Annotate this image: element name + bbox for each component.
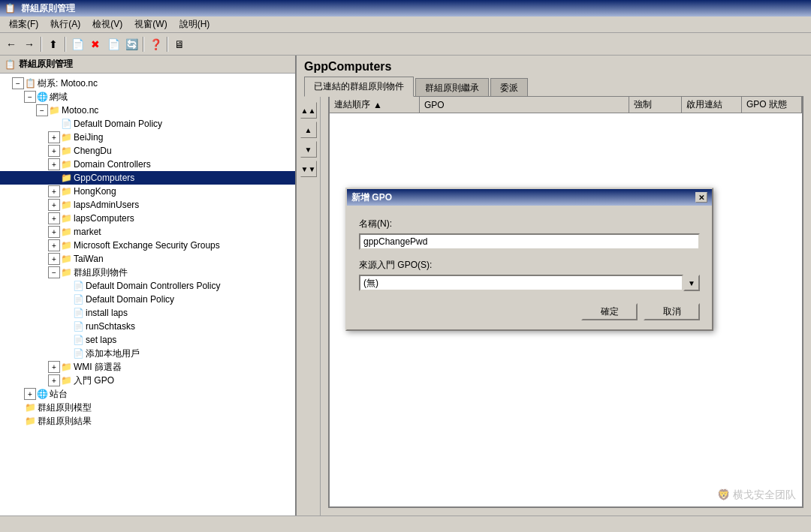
expander-chengdu[interactable]: + [48, 145, 60, 157]
tree-item-defaultdomain[interactable]: 📄 Default Domain Policy [0, 117, 295, 131]
tree-item-gpomodel[interactable]: 📁 群組原則模型 [0, 401, 295, 414]
tree-item-startergpo[interactable]: + 📁 入門 GPO [0, 374, 295, 387]
tab-delegate[interactable]: 委派 [490, 78, 528, 98]
icon-defaultdcpolicy: 📄 [72, 280, 84, 292]
label-msexchange: Microsoft Exchange Security Groups [74, 240, 220, 251]
tree-item-setlaps[interactable]: 📄 set laps [0, 333, 295, 347]
tree-item-addlocaluser[interactable]: 📄 添加本地用戶 [0, 347, 295, 360]
tree-item-gppcomputers[interactable]: 📁 GppComputers [0, 171, 295, 185]
dialog-title: 新增 GPO [351, 191, 392, 204]
label-setlaps: set laps [86, 335, 116, 345]
icon-defaultdomainpolicy2: 📄 [72, 293, 84, 305]
source-label: 來源入門 GPO(S): [359, 259, 700, 272]
icon-gpomodel: 📁 [24, 401, 36, 413]
col-gpo-status[interactable]: GPO 狀態 [742, 97, 802, 113]
back-button[interactable]: ← [3, 36, 20, 53]
tree-item-gporesult[interactable]: 📁 群組原則結果 [0, 414, 295, 428]
ok-button[interactable]: 確定 [581, 303, 638, 320]
icon-addlocaluser: 📄 [72, 347, 84, 359]
expander-market[interactable]: + [48, 226, 60, 238]
tab-linked-gpo[interactable]: 已連結的群組原則物件 [304, 77, 414, 97]
expander-motoo[interactable]: − [36, 104, 48, 116]
tree-item-motoo[interactable]: − 📁 Motoo.nc [0, 104, 295, 117]
label-defaultdomain: Default Domain Policy [74, 119, 162, 129]
tree-item-taiwan[interactable]: + 📁 TaiWan [0, 252, 295, 266]
select-dropdown-arrow[interactable]: ▼ [683, 275, 700, 291]
expander-wmi[interactable]: + [48, 361, 60, 373]
arrow-down[interactable]: ▼ [300, 141, 317, 158]
tree-item-lapsadmin[interactable]: + 📁 lapsAdminUsers [0, 198, 295, 212]
label-defaultdcpolicy: Default Domain Controllers Policy [86, 281, 220, 291]
label-installlaps: install laps [86, 308, 128, 318]
copy-button[interactable]: 📄 [69, 36, 86, 53]
tree-item-msexchange[interactable]: + 📁 Microsoft Exchange Security Groups [0, 239, 295, 252]
tree-item-defaultdomainpolicy2[interactable]: 📄 Default Domain Policy [0, 293, 295, 306]
tree-item-root[interactable]: − 📋 樹系: Motoo.nc [0, 77, 295, 90]
tree-item-network[interactable]: − 🌐 網域 [0, 90, 295, 104]
icon-sites: 🌐 [36, 388, 48, 400]
expander-network[interactable]: − [24, 91, 36, 103]
icon-gpoobjects: 📁 [60, 266, 72, 278]
tree-header-icon: 📋 [5, 59, 16, 70]
refresh-button[interactable]: 🔄 [123, 36, 140, 53]
col-force[interactable]: 強制 [629, 97, 682, 113]
menu-run[interactable]: 執行(A) [44, 17, 86, 32]
col-link-order[interactable]: 連結順序 ▲ [330, 97, 420, 113]
arrow-top[interactable]: ▲▲ [300, 102, 317, 119]
name-input[interactable] [359, 233, 700, 250]
delete-button[interactable]: ✖ [87, 36, 104, 53]
expander-hongkong[interactable]: + [48, 185, 60, 197]
source-select[interactable]: (無) [359, 275, 683, 291]
forward-button[interactable]: → [21, 36, 38, 53]
expander-dc[interactable]: + [48, 158, 60, 170]
tree-item-gpoobjects[interactable]: − 📁 群組原則物件 [0, 266, 295, 279]
tree-item-wmi[interactable]: + 📁 WMI 篩選器 [0, 360, 295, 374]
up-button[interactable]: ⬆ [45, 36, 62, 53]
properties-button[interactable]: 📄 [105, 36, 122, 53]
tree-item-defaultdcpolicy[interactable]: 📄 Default Domain Controllers Policy [0, 279, 295, 293]
window-title: 群組原則管理 [21, 2, 75, 15]
tree-item-chengdu[interactable]: + 📁 ChengDu [0, 144, 295, 158]
cancel-button[interactable]: 取消 [644, 303, 700, 320]
menu-view[interactable]: 檢視(V) [86, 17, 128, 32]
toolbar: ← → ⬆ 📄 ✖ 📄 🔄 ❓ 🖥 [0, 33, 811, 56]
label-taiwan: TaiWan [74, 254, 104, 264]
tree-header-label: 群組原則管理 [19, 58, 73, 71]
tree-item-sites[interactable]: + 🌐 站台 [0, 387, 295, 401]
col-gpo[interactable]: GPO [420, 97, 629, 113]
label-gppcomputers: GppComputers [74, 173, 134, 183]
tree-item-runschtasks[interactable]: 📄 runSchtasks [0, 320, 295, 333]
menu-window[interactable]: 視窗(W) [128, 17, 173, 32]
arrow-bottom[interactable]: ▼▼ [300, 161, 317, 177]
icon-lapscomputers: 📁 [60, 212, 72, 224]
label-hongkong: HongKong [74, 186, 116, 197]
expander-sites[interactable]: + [24, 388, 36, 400]
expander-startergpo[interactable]: + [48, 374, 60, 386]
expander-taiwan[interactable]: + [48, 253, 60, 265]
icon-root: 📋 [24, 77, 36, 89]
col-link-enabled[interactable]: 啟用連結 [682, 97, 742, 113]
tree-item-lapscomputers[interactable]: + 📁 lapsComputers [0, 212, 295, 225]
label-motoo: Motoo.nc [62, 105, 98, 116]
menu-file[interactable]: 檔案(F) [3, 17, 44, 32]
dialog-close-button[interactable]: ✕ [695, 192, 707, 203]
label-market: market [74, 227, 101, 237]
tree-item-market[interactable]: + 📁 market [0, 225, 295, 239]
console-button[interactable]: 🖥 [171, 36, 188, 53]
tab-gpo-inherit[interactable]: 群組原則繼承 [415, 78, 489, 98]
expander-root[interactable]: − [12, 77, 24, 89]
expander-lapscomputers[interactable]: + [48, 212, 60, 224]
expander-msexchange[interactable]: + [48, 239, 60, 251]
tree-item-dc[interactable]: + 📁 Domain Controllers [0, 158, 295, 171]
label-dc: Domain Controllers [74, 159, 151, 170]
expander-beijing[interactable]: + [48, 131, 60, 143]
tree-item-hongkong[interactable]: + 📁 HongKong [0, 185, 295, 198]
label-wmi: WMI 篩選器 [74, 361, 122, 374]
help-button[interactable]: ❓ [147, 36, 164, 53]
menu-help[interactable]: 說明(H) [173, 17, 216, 32]
arrow-up[interactable]: ▲ [300, 122, 317, 138]
expander-lapsadmin[interactable]: + [48, 199, 60, 211]
expander-gpoobjects[interactable]: − [48, 266, 60, 278]
tree-item-installlaps[interactable]: 📄 install laps [0, 306, 295, 320]
tree-item-beijing[interactable]: + 📁 BeiJing [0, 131, 295, 144]
